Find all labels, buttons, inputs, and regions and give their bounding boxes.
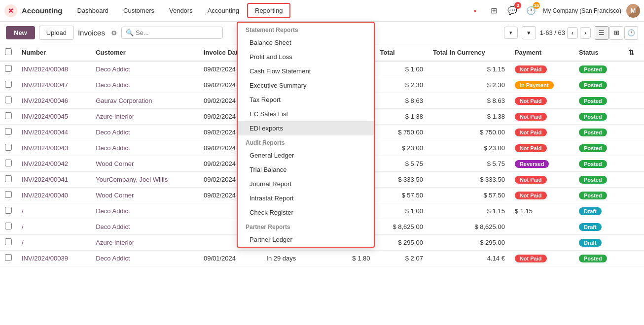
invoice-number-cell[interactable]: /: [17, 219, 91, 235]
list-view-button[interactable]: ☰: [595, 26, 608, 40]
invoice-number-cell[interactable]: INV/2024/00047: [17, 77, 91, 93]
menu-journal-report[interactable]: Journal Report: [238, 177, 374, 191]
payment-cell: Not Paid: [510, 172, 574, 188]
nav-customers[interactable]: Customers: [116, 4, 161, 17]
status-dot-icon: ●: [468, 4, 482, 18]
company-name: My Company (San Francisco): [543, 7, 621, 14]
nav-vendors[interactable]: Vendors: [162, 4, 200, 17]
row-checkbox[interactable]: [0, 156, 17, 172]
menu-executive-summary[interactable]: Executive Summary: [238, 78, 374, 93]
search-input[interactable]: [136, 29, 218, 36]
total-cell: $ 2.30: [375, 77, 428, 93]
menu-ec-sales-list[interactable]: EC Sales List: [238, 107, 374, 121]
settings-gear-icon[interactable]: ⚙: [111, 29, 117, 37]
menu-balance-sheet[interactable]: Balance Sheet: [238, 35, 374, 50]
menu-cash-flow[interactable]: Cash Flow Statement: [238, 64, 374, 78]
messages-badge: 3: [514, 2, 521, 9]
payment-cell: Not Paid: [510, 93, 574, 109]
menu-intrastat-report[interactable]: Intrastat Report: [238, 191, 374, 205]
invoice-number-cell[interactable]: INV/2024/00043: [17, 140, 91, 156]
invoice-number-cell[interactable]: INV/2024/00045: [17, 109, 91, 125]
customer-cell[interactable]: Wood Corner: [91, 156, 199, 172]
total-cell: $ 8,625.00: [375, 219, 428, 235]
payment-cell: [510, 219, 574, 235]
invoice-number-cell[interactable]: INV/2024/00041: [17, 172, 91, 188]
nav-reporting[interactable]: Reporting: [247, 3, 290, 18]
total-currency-cell: $ 1.15: [428, 61, 510, 77]
menu-tax-report[interactable]: Tax Report: [238, 93, 374, 107]
menu-general-ledger[interactable]: General Ledger: [238, 148, 374, 162]
avatar[interactable]: M: [626, 4, 640, 18]
activities-icon[interactable]: 🕐 25: [524, 4, 538, 18]
customer-cell[interactable]: Azure Interior: [91, 235, 199, 251]
customer-cell[interactable]: Deco Addict: [91, 219, 199, 235]
customer-cell[interactable]: Wood Corner: [91, 188, 199, 203]
row-checkbox[interactable]: [0, 140, 17, 156]
customer-cell[interactable]: Deco Addict: [91, 61, 199, 77]
upload-button[interactable]: Upload: [39, 26, 74, 40]
customer-cell[interactable]: Deco Addict: [91, 140, 199, 156]
new-button[interactable]: New: [6, 26, 35, 39]
prev-page-button[interactable]: ‹: [567, 27, 578, 39]
row-checkbox[interactable]: [0, 93, 17, 109]
filter-dropdown-arrow[interactable]: ▾: [522, 26, 536, 39]
nav-dashboard[interactable]: Dashboard: [71, 4, 116, 17]
row-checkbox[interactable]: [0, 109, 17, 125]
invoice-number-cell[interactable]: INV/2024/00044: [17, 125, 91, 140]
customer-cell[interactable]: Gaurav Corporation: [91, 93, 199, 109]
row-checkbox[interactable]: [0, 219, 17, 235]
row-checkbox[interactable]: [0, 188, 17, 203]
customer-cell[interactable]: Deco Addict: [91, 251, 199, 266]
row-checkbox[interactable]: [0, 77, 17, 93]
invoice-number-cell[interactable]: /: [17, 235, 91, 251]
messages-icon[interactable]: 💬 3: [505, 4, 519, 18]
menu-check-register[interactable]: Check Register: [238, 205, 374, 220]
clock-view-button[interactable]: 🕐: [624, 26, 638, 40]
invoice-number-cell[interactable]: INV/2024/00048: [17, 61, 91, 77]
total-currency-cell: $ 8.63: [428, 93, 510, 109]
toolbar-right: ▾ ▾ 1-63 / 63 ‹ › ☰ ⊞ 🕐: [504, 26, 638, 40]
customer-cell[interactable]: Deco Addict: [91, 125, 199, 140]
row-checkbox[interactable]: [0, 61, 17, 77]
row-checkbox[interactable]: [0, 235, 17, 251]
row-checkbox[interactable]: [0, 203, 17, 219]
app-name: Accounting: [22, 6, 63, 15]
row-checkbox[interactable]: [0, 251, 17, 266]
status-cell: Posted: [574, 125, 624, 140]
grid-icon[interactable]: ⊞: [487, 4, 501, 18]
col-settings[interactable]: ⇅: [624, 44, 644, 61]
total-currency-cell: $ 295.00: [428, 235, 510, 251]
filter-dropdown[interactable]: ▾: [504, 27, 518, 39]
customer-cell[interactable]: Deco Addict: [91, 203, 199, 219]
status-cell: Posted: [574, 251, 624, 266]
next-page-button[interactable]: ›: [580, 27, 591, 39]
kanban-view-button[interactable]: ⊞: [609, 26, 623, 40]
payment-cell: [510, 235, 574, 251]
invoice-number-cell[interactable]: INV/2024/00040: [17, 188, 91, 203]
row-checkbox[interactable]: [0, 125, 17, 140]
customer-cell[interactable]: Deco Addict: [91, 77, 199, 93]
invoice-number-cell[interactable]: INV/2024/00039: [17, 251, 91, 266]
nav-accounting[interactable]: Accounting: [201, 4, 246, 17]
menu-partner-ledger[interactable]: Partner Ledger: [238, 232, 374, 247]
col-status: Status: [574, 44, 624, 61]
select-all-checkbox[interactable]: [5, 48, 12, 55]
dropdown-scroll[interactable]: Statement Reports Balance Sheet Profit a…: [238, 23, 374, 247]
excluded-cell: $ 1.80: [316, 251, 375, 266]
menu-edi-exports[interactable]: EDI exports: [238, 121, 374, 135]
customer-cell[interactable]: YourCompany, Joel Willis: [91, 172, 199, 188]
payment-cell: Not Paid: [510, 61, 574, 77]
menu-trial-balance[interactable]: Trial Balance: [238, 162, 374, 177]
total-currency-cell: 4.14 €: [428, 251, 510, 266]
invoice-number-cell[interactable]: /: [17, 203, 91, 219]
search-box[interactable]: 🔍: [121, 27, 223, 39]
row-checkbox[interactable]: [0, 172, 17, 188]
customer-cell[interactable]: Azure Interior: [91, 109, 199, 125]
payment-cell: Not Paid: [510, 140, 574, 156]
payment-cell: Not Paid: [510, 109, 574, 125]
invoice-number-cell[interactable]: INV/2024/00042: [17, 156, 91, 172]
search-icon: 🔍: [126, 29, 134, 36]
menu-profit-loss[interactable]: Profit and Loss: [238, 50, 374, 64]
invoice-number-cell[interactable]: INV/2024/00046: [17, 93, 91, 109]
total-currency-cell: $ 1.38: [428, 109, 510, 125]
